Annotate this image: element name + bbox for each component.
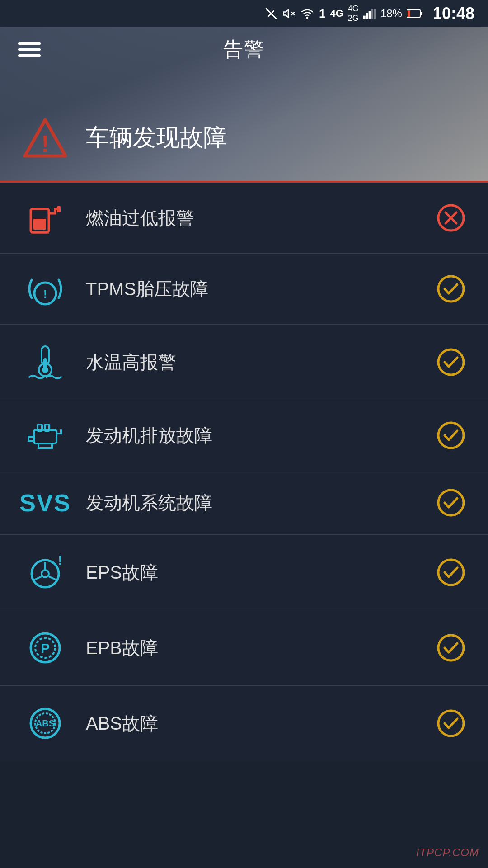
signal-bars-icon — [363, 8, 376, 19]
svg-point-36 — [42, 570, 49, 577]
engine-icon — [25, 417, 66, 453]
fuel-icon — [27, 200, 63, 236]
svg-point-34 — [438, 490, 464, 515]
alert-item-abs[interactable]: ABS ABS故障 — [0, 686, 488, 761]
alert-item-fuel[interactable]: 燃油过低报警 — [0, 183, 488, 254]
error-icon — [436, 203, 465, 232]
svg-point-33 — [438, 423, 464, 448]
header: 告警 ! 车辆发现故障 — [0, 27, 488, 181]
engine-label: 发动机排放故障 — [86, 423, 418, 448]
ok-icon-eps — [436, 558, 465, 587]
signal-text: 1 — [319, 7, 325, 21]
svg-marker-1 — [283, 10, 288, 17]
svg-point-4 — [307, 17, 308, 18]
eps-icon: ! — [25, 552, 66, 593]
svg-rect-9 — [374, 9, 376, 19]
alert-item-engine[interactable]: 发动机排放故障 — [0, 400, 488, 471]
watermark-suffix: COM — [452, 846, 479, 859]
svg-rect-6 — [366, 13, 368, 19]
menu-button[interactable] — [18, 42, 41, 57]
svg-rect-17 — [33, 219, 46, 230]
watermark-prefix: ITPCP. — [416, 846, 452, 859]
svg-line-39 — [49, 576, 56, 580]
tpms-label: TPMS胎压故障 — [86, 277, 418, 302]
abs-icon-wrap: ABS — [23, 703, 68, 744]
network-4g-2g: 4G2G — [348, 4, 359, 23]
battery-icon — [407, 9, 423, 19]
epb-label: EPB故障 — [86, 636, 418, 660]
page-title: 告警 — [223, 36, 265, 63]
epb-icon-wrap: P — [23, 627, 68, 668]
ok-icon-svs — [436, 488, 465, 517]
tpms-icon: ! — [25, 271, 66, 307]
alert-item-epb[interactable]: P EPB故障 — [0, 610, 488, 686]
temp-icon-wrap — [23, 342, 68, 382]
watermark: ITPCP.COM — [416, 846, 479, 859]
ok-icon-epb — [436, 633, 465, 662]
status-time: 10:48 — [433, 4, 474, 23]
svg-text:ABS: ABS — [36, 718, 55, 728]
wifi-icon — [300, 7, 314, 20]
alert-item-svs[interactable]: SVS 发动机系统故障 — [0, 471, 488, 535]
ok-icon-temp — [436, 348, 465, 377]
abs-icon: ABS — [25, 703, 66, 744]
svg-text:P: P — [41, 641, 50, 656]
svg-rect-8 — [371, 9, 373, 19]
water-temp-icon — [25, 342, 66, 382]
bluetooth-icon — [265, 7, 277, 20]
svg-line-0 — [266, 8, 276, 19]
ok-icon-engine — [436, 421, 465, 450]
status-icons: 1 4G 4G2G 18% — [265, 4, 423, 23]
warning-banner: ! 车辆发现故障 — [0, 118, 488, 158]
network-4g: 4G — [330, 8, 343, 19]
svg-text:!: ! — [43, 287, 47, 301]
fuel-icon-wrap — [23, 200, 68, 236]
volume-mute-icon — [282, 7, 296, 20]
battery-percentage: 18% — [380, 7, 402, 20]
svg-text:!: ! — [41, 131, 49, 157]
svg-point-24 — [438, 276, 464, 302]
svg-point-45 — [438, 635, 464, 660]
warning-triangle-icon: ! — [23, 118, 68, 158]
tpms-icon-wrap: ! — [23, 271, 68, 307]
svg-text:!: ! — [58, 552, 62, 567]
svg-line-38 — [34, 576, 42, 580]
eps-label: EPS故障 — [86, 560, 418, 585]
header-nav: 告警 — [0, 36, 488, 63]
svg-rect-7 — [369, 11, 371, 19]
svg-point-29 — [438, 349, 464, 375]
svg-point-49 — [438, 711, 464, 736]
eps-icon-wrap: ! — [23, 552, 68, 593]
warning-icon-abs — [436, 709, 465, 738]
svg-rect-28 — [43, 358, 47, 371]
svs-text-icon: SVS — [19, 489, 71, 517]
svs-label: 发动机系统故障 — [86, 491, 418, 515]
svg-rect-11 — [421, 12, 422, 15]
status-bar: 1 4G 4G2G 18% 10:48 — [0, 0, 488, 27]
alert-item-tpms[interactable]: ! TPMS胎压故障 — [0, 254, 488, 325]
fuel-label: 燃油过低报警 — [86, 206, 418, 231]
warning-text: 车辆发现故障 — [86, 122, 227, 154]
engine-icon-wrap — [23, 417, 68, 453]
svg-rect-5 — [363, 16, 366, 19]
abs-label: ABS故障 — [86, 711, 418, 736]
svg-rect-16 — [57, 206, 61, 212]
alert-item-eps[interactable]: ! EPS故障 — [0, 535, 488, 610]
temp-label: 水温高报警 — [86, 350, 418, 375]
svg-point-41 — [438, 560, 464, 585]
svg-rect-30 — [34, 430, 56, 443]
svg-rect-12 — [408, 10, 410, 17]
alert-list: 燃油过低报警 ! TPMS胎压故障 — [0, 183, 488, 761]
svs-icon-wrap: SVS — [23, 489, 68, 517]
ok-icon-tpms — [436, 274, 465, 303]
epb-icon: P — [25, 627, 66, 668]
alert-item-temp[interactable]: 水温高报警 — [0, 325, 488, 400]
